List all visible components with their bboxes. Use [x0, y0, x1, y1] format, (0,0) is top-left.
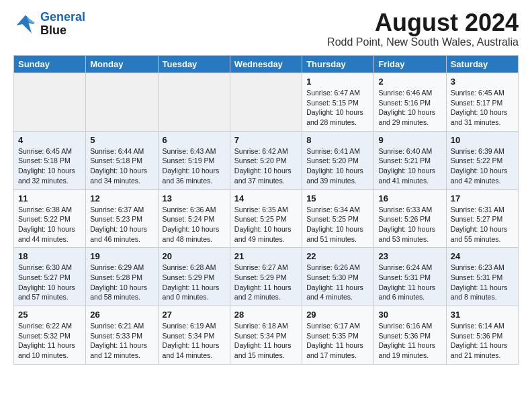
- day-info: Sunrise: 6:43 AM Sunset: 5:19 PM Dayligh…: [163, 146, 226, 186]
- day-number: 19: [90, 251, 153, 261]
- table-row: 1Sunrise: 6:47 AM Sunset: 5:15 PM Daylig…: [302, 73, 374, 132]
- calendar-week-row: 18Sunrise: 6:30 AM Sunset: 5:27 PM Dayli…: [14, 248, 519, 306]
- day-info: Sunrise: 6:23 AM Sunset: 5:31 PM Dayligh…: [451, 263, 514, 302]
- title-block: August 2024 Rodd Point, New South Wales,…: [327, 11, 519, 48]
- table-row: [230, 73, 302, 132]
- table-row: 30Sunrise: 6:16 AM Sunset: 5:36 PM Dayli…: [374, 306, 446, 365]
- day-info: Sunrise: 6:41 AM Sunset: 5:20 PM Dayligh…: [306, 146, 369, 186]
- calendar-week-row: 25Sunrise: 6:22 AM Sunset: 5:32 PM Dayli…: [14, 306, 519, 365]
- day-info: Sunrise: 6:36 AM Sunset: 5:24 PM Dayligh…: [163, 205, 226, 244]
- table-row: 21Sunrise: 6:27 AM Sunset: 5:29 PM Dayli…: [230, 248, 302, 306]
- day-number: 15: [306, 193, 369, 203]
- logo-text: GeneralBlue: [40, 11, 85, 38]
- day-number: 23: [378, 251, 441, 261]
- day-number: 10: [451, 135, 514, 145]
- day-info: Sunrise: 6:18 AM Sunset: 5:34 PM Dayligh…: [234, 321, 298, 361]
- day-info: Sunrise: 6:42 AM Sunset: 5:20 PM Dayligh…: [234, 146, 298, 186]
- day-info: Sunrise: 6:38 AM Sunset: 5:22 PM Dayligh…: [18, 205, 81, 244]
- table-row: 3Sunrise: 6:45 AM Sunset: 5:17 PM Daylig…: [446, 73, 518, 132]
- header-sunday: Sunday: [14, 56, 86, 73]
- day-info: Sunrise: 6:40 AM Sunset: 5:21 PM Dayligh…: [378, 146, 441, 186]
- table-row: 18Sunrise: 6:30 AM Sunset: 5:27 PM Dayli…: [14, 248, 86, 306]
- day-info: Sunrise: 6:44 AM Sunset: 5:18 PM Dayligh…: [90, 146, 153, 186]
- table-row: 10Sunrise: 6:39 AM Sunset: 5:22 PM Dayli…: [446, 131, 518, 189]
- day-number: 30: [378, 310, 441, 320]
- day-info: Sunrise: 6:16 AM Sunset: 5:36 PM Dayligh…: [378, 321, 441, 361]
- logo: GeneralBlue: [13, 11, 85, 38]
- day-info: Sunrise: 6:22 AM Sunset: 5:32 PM Dayligh…: [18, 321, 81, 361]
- calendar-week-row: 4Sunrise: 6:45 AM Sunset: 5:18 PM Daylig…: [14, 131, 519, 189]
- day-number: 4: [18, 135, 81, 145]
- day-number: 26: [90, 310, 153, 320]
- day-number: 25: [18, 310, 81, 320]
- table-row: 24Sunrise: 6:23 AM Sunset: 5:31 PM Dayli…: [446, 248, 518, 306]
- table-row: [158, 73, 230, 132]
- day-number: 12: [90, 193, 153, 203]
- table-row: 8Sunrise: 6:41 AM Sunset: 5:20 PM Daylig…: [302, 131, 374, 189]
- header-friday: Friday: [374, 56, 446, 73]
- day-info: Sunrise: 6:45 AM Sunset: 5:18 PM Dayligh…: [18, 146, 81, 186]
- day-info: Sunrise: 6:47 AM Sunset: 5:15 PM Dayligh…: [306, 88, 369, 128]
- table-row: 5Sunrise: 6:44 AM Sunset: 5:18 PM Daylig…: [86, 131, 158, 189]
- table-row: 20Sunrise: 6:28 AM Sunset: 5:29 PM Dayli…: [158, 248, 230, 306]
- table-row: 13Sunrise: 6:36 AM Sunset: 5:24 PM Dayli…: [158, 189, 230, 248]
- table-row: 29Sunrise: 6:17 AM Sunset: 5:35 PM Dayli…: [302, 306, 374, 365]
- day-info: Sunrise: 6:46 AM Sunset: 5:16 PM Dayligh…: [378, 88, 441, 128]
- calendar-title: August 2024: [327, 11, 519, 35]
- day-info: Sunrise: 6:14 AM Sunset: 5:36 PM Dayligh…: [451, 321, 514, 361]
- table-row: 6Sunrise: 6:43 AM Sunset: 5:19 PM Daylig…: [158, 131, 230, 189]
- table-row: 22Sunrise: 6:26 AM Sunset: 5:30 PM Dayli…: [302, 248, 374, 306]
- header-monday: Monday: [86, 56, 158, 73]
- svg-marker-0: [17, 15, 35, 33]
- day-info: Sunrise: 6:39 AM Sunset: 5:22 PM Dayligh…: [451, 146, 514, 186]
- day-number: 14: [234, 193, 298, 203]
- table-row: 17Sunrise: 6:31 AM Sunset: 5:27 PM Dayli…: [446, 189, 518, 248]
- page: GeneralBlue August 2024 Rodd Point, New …: [0, 0, 532, 375]
- day-info: Sunrise: 6:19 AM Sunset: 5:34 PM Dayligh…: [163, 321, 226, 361]
- day-number: 9: [378, 135, 441, 145]
- day-number: 1: [306, 77, 369, 87]
- day-info: Sunrise: 6:33 AM Sunset: 5:26 PM Dayligh…: [378, 205, 441, 244]
- table-row: 9Sunrise: 6:40 AM Sunset: 5:21 PM Daylig…: [374, 131, 446, 189]
- day-number: 29: [306, 310, 369, 320]
- day-number: 7: [234, 135, 298, 145]
- day-info: Sunrise: 6:31 AM Sunset: 5:27 PM Dayligh…: [451, 205, 514, 244]
- calendar-subtitle: Rodd Point, New South Wales, Australia: [327, 36, 519, 48]
- table-row: 26Sunrise: 6:21 AM Sunset: 5:33 PM Dayli…: [86, 306, 158, 365]
- table-row: 15Sunrise: 6:34 AM Sunset: 5:25 PM Dayli…: [302, 189, 374, 248]
- table-row: 19Sunrise: 6:29 AM Sunset: 5:28 PM Dayli…: [86, 248, 158, 306]
- day-info: Sunrise: 6:30 AM Sunset: 5:27 PM Dayligh…: [18, 263, 81, 302]
- day-info: Sunrise: 6:24 AM Sunset: 5:31 PM Dayligh…: [378, 263, 441, 302]
- day-info: Sunrise: 6:21 AM Sunset: 5:33 PM Dayligh…: [90, 321, 153, 361]
- day-info: Sunrise: 6:26 AM Sunset: 5:30 PM Dayligh…: [306, 263, 369, 302]
- table-row: 7Sunrise: 6:42 AM Sunset: 5:20 PM Daylig…: [230, 131, 302, 189]
- day-info: Sunrise: 6:28 AM Sunset: 5:29 PM Dayligh…: [163, 263, 226, 302]
- table-row: 16Sunrise: 6:33 AM Sunset: 5:26 PM Dayli…: [374, 189, 446, 248]
- day-info: Sunrise: 6:45 AM Sunset: 5:17 PM Dayligh…: [451, 88, 514, 128]
- day-info: Sunrise: 6:34 AM Sunset: 5:25 PM Dayligh…: [306, 205, 369, 244]
- day-number: 17: [451, 193, 514, 203]
- day-number: 20: [163, 251, 226, 261]
- day-info: Sunrise: 6:29 AM Sunset: 5:28 PM Dayligh…: [90, 263, 153, 302]
- day-number: 16: [378, 193, 441, 203]
- calendar-header-row: Sunday Monday Tuesday Wednesday Thursday…: [14, 56, 519, 73]
- day-number: 5: [90, 135, 153, 145]
- calendar-week-row: 1Sunrise: 6:47 AM Sunset: 5:15 PM Daylig…: [14, 73, 519, 132]
- header-wednesday: Wednesday: [230, 56, 302, 73]
- calendar-table: Sunday Monday Tuesday Wednesday Thursday…: [13, 55, 519, 365]
- day-number: 8: [306, 135, 369, 145]
- day-info: Sunrise: 6:35 AM Sunset: 5:25 PM Dayligh…: [234, 205, 298, 244]
- day-number: 22: [306, 251, 369, 261]
- table-row: 28Sunrise: 6:18 AM Sunset: 5:34 PM Dayli…: [230, 306, 302, 365]
- table-row: 23Sunrise: 6:24 AM Sunset: 5:31 PM Dayli…: [374, 248, 446, 306]
- day-number: 18: [18, 251, 81, 261]
- day-number: 11: [18, 193, 81, 203]
- table-row: [86, 73, 158, 132]
- day-info: Sunrise: 6:37 AM Sunset: 5:23 PM Dayligh…: [90, 205, 153, 244]
- logo-bird-icon: [13, 12, 38, 36]
- day-number: 24: [451, 251, 514, 261]
- header-saturday: Saturday: [446, 56, 518, 73]
- header: GeneralBlue August 2024 Rodd Point, New …: [13, 11, 519, 48]
- table-row: 2Sunrise: 6:46 AM Sunset: 5:16 PM Daylig…: [374, 73, 446, 132]
- table-row: 11Sunrise: 6:38 AM Sunset: 5:22 PM Dayli…: [14, 189, 86, 248]
